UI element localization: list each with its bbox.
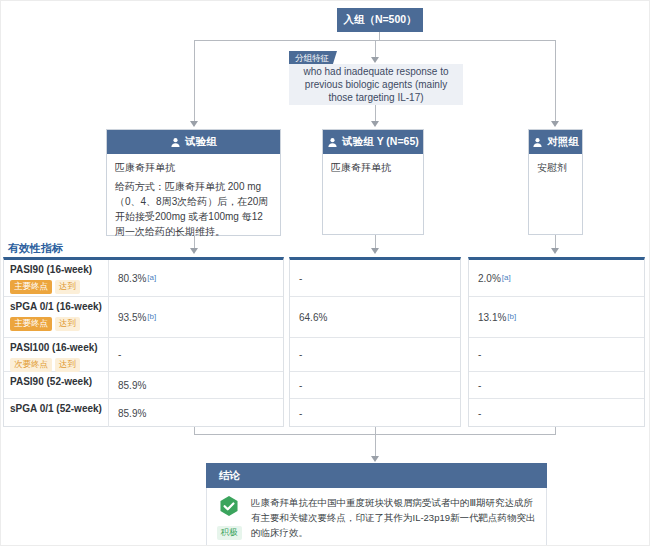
- enrollment-box: 入组（N=500）: [337, 8, 423, 32]
- table-row: sPGA 0/1 (52-week)85.9%: [4, 399, 283, 427]
- value-cell: 85.9%: [109, 399, 283, 427]
- endpoint-badge: 达到: [55, 317, 80, 331]
- arrow-down-icon: [371, 57, 379, 63]
- enrollment-label: 入组（N=500）: [343, 13, 416, 27]
- value-cell: 85.9%: [109, 372, 283, 398]
- metric-label: PASI90 (16-week): [10, 264, 102, 277]
- connector-line: [375, 427, 376, 456]
- table-row: sPGA 0/1 (16-week)主要终点达到93.5%[b]: [4, 297, 283, 338]
- conclusion-icon-column: 积极: [207, 488, 251, 546]
- value-cell: 13.1%[b]: [469, 297, 644, 337]
- endpoint-badge: 主要终点: [10, 317, 52, 331]
- metric-cell: sPGA 0/1 (52-week): [4, 399, 109, 427]
- arrow-down-icon: [551, 121, 559, 127]
- group-box-control: 对照组 安慰剂: [528, 129, 583, 235]
- value-cell: -: [290, 399, 460, 427]
- person-icon: [327, 137, 338, 148]
- value-cell: -: [290, 338, 460, 371]
- table-row: 2.0%[a]: [469, 260, 644, 297]
- group-drug: 安慰剂: [537, 160, 574, 175]
- conclusion-box: 积极 匹康奇拜单抗在中国中重度斑块状银屑病受试者中的Ⅲ期研究达成所有主要和关键次…: [206, 488, 547, 546]
- metric-value: 80.3%: [118, 273, 146, 284]
- group-title: 试验组 Y (N=65): [342, 135, 419, 149]
- conclusion-title: 结论: [219, 469, 240, 483]
- metric-value: -: [478, 349, 481, 360]
- metric-value: 93.5%: [118, 312, 146, 323]
- metric-value: 85.9%: [118, 380, 146, 391]
- arrow-down-icon: [371, 456, 379, 462]
- table-row: PASI100 (16-week)次要终点达到-: [4, 338, 283, 372]
- metric-label: sPGA 0/1 (52-week): [10, 403, 102, 416]
- metric-value: 13.1%: [478, 312, 506, 323]
- criteria-box: who had inadequate response to previous …: [289, 64, 463, 105]
- connector-line: [379, 32, 380, 40]
- value-cell: 2.0%[a]: [469, 260, 644, 296]
- badge-group: 次要终点达到: [10, 358, 102, 372]
- criteria-text: who had inadequate response to previous …: [295, 65, 457, 104]
- value-cell: -: [469, 399, 644, 427]
- metric-cell: PASI90 (52-week): [4, 372, 109, 398]
- group-title: 对照组: [547, 135, 579, 149]
- connector-line: [194, 236, 195, 248]
- arrow-down-icon: [371, 121, 379, 127]
- value-cell: -: [469, 372, 644, 398]
- arrow-down-icon: [371, 248, 379, 254]
- efficacy-table-experimental-y: -64.6%---: [289, 257, 461, 427]
- table-row: -: [469, 399, 644, 427]
- endpoint-badge: 主要终点: [10, 280, 52, 294]
- connector-line: [555, 235, 556, 248]
- value-cell: -: [290, 260, 460, 296]
- value-cell: 93.5%[b]: [109, 297, 283, 337]
- metric-value: -: [299, 273, 302, 284]
- arrow-down-icon: [190, 248, 198, 254]
- group-box-experimental: 试验组 匹康奇拜单抗 给药方式：匹康奇拜单抗 200 mg（0、4、8周3次给药…: [106, 129, 281, 236]
- group-drug: 匹康奇拜单抗: [331, 160, 415, 175]
- value-cell: 64.6%: [290, 297, 460, 337]
- efficacy-table-experimental: PASI90 (16-week)主要终点达到80.3%[a]sPGA 0/1 (…: [3, 257, 284, 427]
- metric-label: PASI100 (16-week): [10, 342, 102, 355]
- metric-value: -: [299, 408, 302, 419]
- table-row: 13.1%[b]: [469, 297, 644, 338]
- group-box-experimental-y: 试验组 Y (N=65) 匹康奇拜单抗: [322, 129, 424, 235]
- trial-flow-diagram: 入组（N=500） 分组特征 who had inadequate respon…: [0, 0, 650, 546]
- person-icon: [170, 137, 181, 148]
- metric-value: -: [478, 380, 481, 391]
- connector-line: [375, 235, 376, 248]
- group-header: 对照组: [529, 130, 582, 154]
- table-row: -: [469, 338, 644, 372]
- connector-line: [194, 40, 195, 122]
- metric-value: -: [299, 349, 302, 360]
- value-cell: -: [109, 338, 283, 371]
- group-detail: 给药方式：匹康奇拜单抗 200 mg（0、4、8周3次给药）后，在20周开始接受…: [115, 179, 272, 239]
- connector-line: [375, 105, 376, 121]
- connector-line: [555, 40, 556, 122]
- group-title: 试验组: [185, 135, 217, 149]
- group-header: 试验组 Y (N=65): [323, 130, 423, 154]
- metric-value: -: [299, 380, 302, 391]
- metric-value: -: [478, 408, 481, 419]
- metric-value: 64.6%: [299, 312, 327, 323]
- endpoint-badge: 次要终点: [10, 358, 52, 372]
- value-cell: -: [290, 372, 460, 398]
- connector-line: [375, 40, 376, 57]
- group-header: 试验组: [107, 130, 280, 154]
- endpoint-badge: 达到: [55, 358, 80, 372]
- metric-label: sPGA 0/1 (16-week): [10, 301, 102, 314]
- metric-value: 2.0%: [478, 273, 501, 284]
- conclusion-text: 匹康奇拜单抗在中国中重度斑块状银屑病受试者中的Ⅲ期研究达成所有主要和关键次要终点…: [251, 488, 546, 546]
- value-cell: -: [469, 338, 644, 371]
- metric-cell: PASI90 (16-week)主要终点达到: [4, 260, 109, 296]
- efficacy-table-control: 2.0%[a]13.1%[b]---: [468, 257, 645, 427]
- arrow-down-icon: [551, 248, 559, 254]
- positive-badge: 积极: [217, 526, 242, 540]
- badge-group: 主要终点达到: [10, 317, 102, 331]
- table-row: PASI90 (16-week)主要终点达到80.3%[a]: [4, 260, 283, 297]
- table-row: 64.6%: [290, 297, 460, 338]
- efficacy-section-title: 有效性指标: [8, 241, 63, 256]
- arrow-down-icon: [190, 121, 198, 127]
- metric-cell: PASI100 (16-week)次要终点达到: [4, 338, 109, 371]
- metric-value: -: [118, 349, 121, 360]
- badge-group: 主要终点达到: [10, 280, 102, 294]
- metric-value: 85.9%: [118, 408, 146, 419]
- person-icon: [532, 137, 543, 148]
